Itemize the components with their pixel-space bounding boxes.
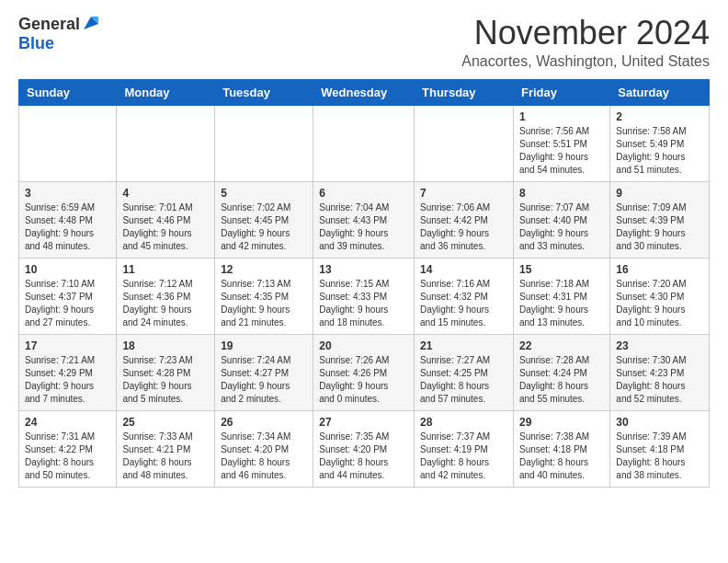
calendar-cell: 10Sunrise: 7:10 AM Sunset: 4:37 PM Dayli… <box>19 258 117 334</box>
calendar-cell: 30Sunrise: 7:39 AM Sunset: 4:18 PM Dayli… <box>610 410 710 487</box>
calendar-cell: 23Sunrise: 7:30 AM Sunset: 4:23 PM Dayli… <box>610 334 710 410</box>
title-block: November 2024 Anacortes, Washington, Uni… <box>461 15 710 70</box>
calendar-week-1: 1Sunrise: 7:56 AM Sunset: 5:51 PM Daylig… <box>19 105 710 181</box>
calendar-cell: 25Sunrise: 7:33 AM Sunset: 4:21 PM Dayli… <box>117 410 215 487</box>
day-info: Sunrise: 7:34 AM Sunset: 4:20 PM Dayligh… <box>221 431 307 482</box>
day-info: Sunrise: 7:16 AM Sunset: 4:32 PM Dayligh… <box>420 278 507 329</box>
day-number: 20 <box>319 339 408 352</box>
calendar-cell: 28Sunrise: 7:37 AM Sunset: 4:19 PM Dayli… <box>415 410 514 487</box>
day-number: 17 <box>25 339 110 352</box>
day-number: 26 <box>221 416 307 429</box>
calendar-header-sunday: Sunday <box>19 79 117 105</box>
calendar-cell: 18Sunrise: 7:23 AM Sunset: 4:28 PM Dayli… <box>117 334 215 410</box>
calendar-cell: 3Sunrise: 6:59 AM Sunset: 4:48 PM Daylig… <box>19 181 117 258</box>
day-number: 27 <box>319 416 408 429</box>
day-number: 30 <box>616 416 703 429</box>
day-number: 24 <box>25 416 110 429</box>
day-info: Sunrise: 7:27 AM Sunset: 4:25 PM Dayligh… <box>420 354 507 406</box>
calendar-cell: 4Sunrise: 7:01 AM Sunset: 4:46 PM Daylig… <box>117 181 215 258</box>
day-info: Sunrise: 7:38 AM Sunset: 4:18 PM Dayligh… <box>519 431 604 482</box>
day-number: 19 <box>221 339 307 352</box>
logo: General Blue <box>18 15 98 53</box>
logo-blue: Blue <box>18 35 54 53</box>
day-info: Sunrise: 7:13 AM Sunset: 4:35 PM Dayligh… <box>221 278 307 329</box>
calendar-cell: 20Sunrise: 7:26 AM Sunset: 4:26 PM Dayli… <box>313 334 415 410</box>
day-number: 22 <box>519 339 604 352</box>
calendar-cell: 29Sunrise: 7:38 AM Sunset: 4:18 PM Dayli… <box>513 410 609 487</box>
calendar-header-friday: Friday <box>513 79 609 105</box>
day-number: 15 <box>519 263 604 276</box>
calendar-header-thursday: Thursday <box>415 79 514 105</box>
calendar-cell: 7Sunrise: 7:06 AM Sunset: 4:42 PM Daylig… <box>415 181 514 258</box>
logo-general: General <box>18 16 80 34</box>
day-number: 8 <box>519 187 604 200</box>
day-info: Sunrise: 7:06 AM Sunset: 4:42 PM Dayligh… <box>420 201 507 253</box>
calendar-table: SundayMondayTuesdayWednesdayThursdayFrid… <box>18 79 710 488</box>
calendar-cell: 17Sunrise: 7:21 AM Sunset: 4:29 PM Dayli… <box>19 334 117 410</box>
calendar-header-wednesday: Wednesday <box>313 79 415 105</box>
day-info: Sunrise: 7:30 AM Sunset: 4:23 PM Dayligh… <box>616 354 703 406</box>
calendar-cell: 2Sunrise: 7:58 AM Sunset: 5:49 PM Daylig… <box>610 105 710 181</box>
calendar-cell: 11Sunrise: 7:12 AM Sunset: 4:36 PM Dayli… <box>117 258 215 334</box>
calendar-cell: 5Sunrise: 7:02 AM Sunset: 4:45 PM Daylig… <box>215 181 313 258</box>
day-info: Sunrise: 7:39 AM Sunset: 4:18 PM Dayligh… <box>616 431 703 482</box>
day-number: 16 <box>616 263 703 276</box>
calendar-week-3: 10Sunrise: 7:10 AM Sunset: 4:37 PM Dayli… <box>19 258 710 334</box>
day-info: Sunrise: 7:24 AM Sunset: 4:27 PM Dayligh… <box>221 354 307 406</box>
day-number: 2 <box>616 110 703 123</box>
day-number: 3 <box>25 187 110 200</box>
logo-bird-icon <box>82 15 98 31</box>
day-number: 11 <box>122 263 209 276</box>
calendar-cell: 27Sunrise: 7:35 AM Sunset: 4:20 PM Dayli… <box>313 410 415 487</box>
day-info: Sunrise: 7:04 AM Sunset: 4:43 PM Dayligh… <box>319 201 408 253</box>
calendar-cell: 16Sunrise: 7:20 AM Sunset: 4:30 PM Dayli… <box>610 258 710 334</box>
calendar-cell <box>19 105 117 181</box>
calendar-cell: 1Sunrise: 7:56 AM Sunset: 5:51 PM Daylig… <box>513 105 609 181</box>
day-info: Sunrise: 7:35 AM Sunset: 4:20 PM Dayligh… <box>319 431 408 482</box>
day-number: 12 <box>221 263 307 276</box>
day-number: 21 <box>420 339 507 352</box>
day-number: 13 <box>319 263 408 276</box>
day-number: 10 <box>25 263 110 276</box>
calendar-header-monday: Monday <box>117 79 215 105</box>
day-info: Sunrise: 7:33 AM Sunset: 4:21 PM Dayligh… <box>122 431 209 482</box>
day-info: Sunrise: 7:02 AM Sunset: 4:45 PM Dayligh… <box>221 201 307 253</box>
calendar-cell: 12Sunrise: 7:13 AM Sunset: 4:35 PM Dayli… <box>215 258 313 334</box>
month-title: November 2024 <box>461 15 710 52</box>
day-info: Sunrise: 7:15 AM Sunset: 4:33 PM Dayligh… <box>319 278 408 329</box>
day-number: 18 <box>122 339 209 352</box>
day-info: Sunrise: 7:01 AM Sunset: 4:46 PM Dayligh… <box>122 201 209 253</box>
day-info: Sunrise: 7:26 AM Sunset: 4:26 PM Dayligh… <box>319 354 408 406</box>
day-info: Sunrise: 7:56 AM Sunset: 5:51 PM Dayligh… <box>519 125 604 177</box>
day-number: 1 <box>519 110 604 123</box>
day-info: Sunrise: 7:37 AM Sunset: 4:19 PM Dayligh… <box>420 431 507 482</box>
day-info: Sunrise: 7:28 AM Sunset: 4:24 PM Dayligh… <box>519 354 604 406</box>
day-number: 23 <box>616 339 703 352</box>
day-info: Sunrise: 6:59 AM Sunset: 4:48 PM Dayligh… <box>25 201 110 253</box>
day-info: Sunrise: 7:58 AM Sunset: 5:49 PM Dayligh… <box>616 125 703 177</box>
day-number: 28 <box>420 416 507 429</box>
calendar-cell: 22Sunrise: 7:28 AM Sunset: 4:24 PM Dayli… <box>513 334 609 410</box>
day-number: 14 <box>420 263 507 276</box>
calendar-cell <box>313 105 415 181</box>
day-info: Sunrise: 7:31 AM Sunset: 4:22 PM Dayligh… <box>25 431 110 482</box>
day-info: Sunrise: 7:07 AM Sunset: 4:40 PM Dayligh… <box>519 201 604 253</box>
calendar-cell: 26Sunrise: 7:34 AM Sunset: 4:20 PM Dayli… <box>215 410 313 487</box>
header: General Blue November 2024 Anacortes, Wa… <box>18 15 710 70</box>
day-info: Sunrise: 7:09 AM Sunset: 4:39 PM Dayligh… <box>616 201 703 253</box>
calendar-header-saturday: Saturday <box>610 79 710 105</box>
calendar-cell: 14Sunrise: 7:16 AM Sunset: 4:32 PM Dayli… <box>415 258 514 334</box>
day-number: 25 <box>122 416 209 429</box>
day-info: Sunrise: 7:20 AM Sunset: 4:30 PM Dayligh… <box>616 278 703 329</box>
day-number: 6 <box>319 187 408 200</box>
day-info: Sunrise: 7:18 AM Sunset: 4:31 PM Dayligh… <box>519 278 604 329</box>
calendar-cell <box>215 105 313 181</box>
day-number: 5 <box>221 187 307 200</box>
calendar-cell: 13Sunrise: 7:15 AM Sunset: 4:33 PM Dayli… <box>313 258 415 334</box>
day-info: Sunrise: 7:10 AM Sunset: 4:37 PM Dayligh… <box>25 278 110 329</box>
day-number: 29 <box>519 416 604 429</box>
calendar-header-row: SundayMondayTuesdayWednesdayThursdayFrid… <box>19 79 710 105</box>
day-info: Sunrise: 7:21 AM Sunset: 4:29 PM Dayligh… <box>25 354 110 406</box>
calendar-cell <box>117 105 215 181</box>
calendar-week-2: 3Sunrise: 6:59 AM Sunset: 4:48 PM Daylig… <box>19 181 710 258</box>
